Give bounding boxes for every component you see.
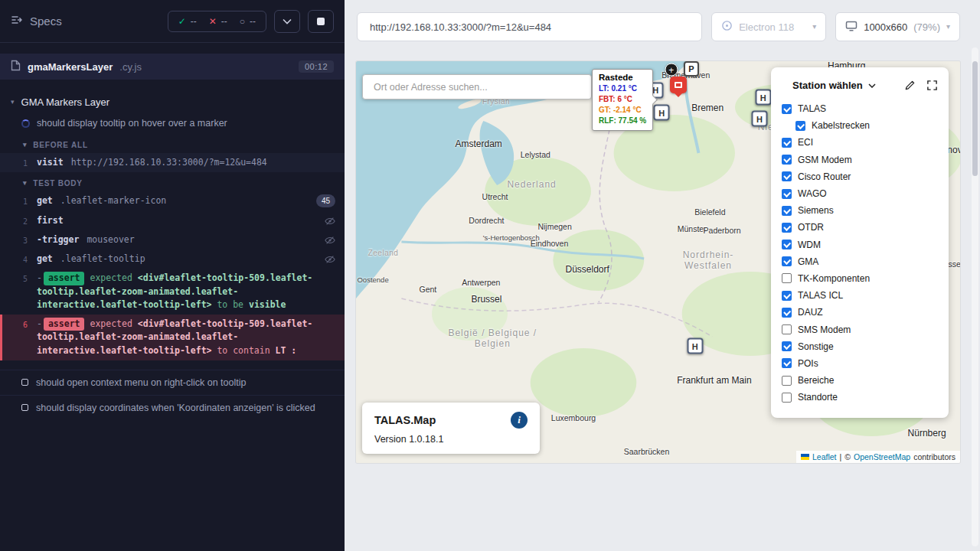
command-row[interactable]: 3-triggermouseover [0, 230, 345, 249]
url-input[interactable] [368, 21, 691, 34]
app-title: TALAS.Map [374, 414, 436, 426]
station-checkbox-row[interactable]: Bereiche [782, 372, 938, 389]
checked-checkbox[interactable] [782, 206, 792, 216]
station-checkbox-row[interactable]: DAUZ [782, 304, 938, 321]
command-row[interactable]: 1visithttp://192.168.10.33:3000/?m=12&u=… [0, 153, 345, 172]
unchecked-checkbox[interactable] [782, 324, 792, 334]
command-log: ▾BEFORE ALL1visithttp://192.168.10.33:30… [0, 134, 345, 360]
vertical-scrollbar[interactable] [972, 47, 978, 546]
checked-checkbox[interactable] [782, 308, 792, 318]
hidden-eye-icon [325, 233, 335, 246]
chevron-down-icon: ▾ [812, 23, 816, 31]
checked-checkbox[interactable] [782, 256, 792, 266]
command-prefix: - [37, 272, 42, 283]
checked-checkbox[interactable] [782, 358, 792, 368]
info-icon[interactable]: i [511, 412, 528, 429]
tooltip-row-value: 0.21 °C [611, 84, 636, 93]
checked-checkbox[interactable] [795, 121, 805, 131]
fullscreen-expand-icon[interactable] [926, 80, 938, 91]
checked-checkbox[interactable] [782, 104, 792, 114]
checked-checkbox[interactable] [782, 155, 792, 165]
unchecked-checkbox[interactable] [782, 273, 792, 283]
map-search-box[interactable] [362, 74, 592, 99]
command-number: 2 [0, 214, 37, 227]
scrollbar-thumb[interactable] [972, 61, 978, 176]
station-checkbox-row[interactable]: WDM [782, 236, 938, 253]
map-marker-h[interactable]: H [752, 111, 768, 127]
command-row[interactable]: 1get.leaflet-marker-icon45 [0, 191, 345, 210]
attribution-suffix: contributors [913, 452, 956, 461]
unchecked-checkbox[interactable] [782, 376, 792, 386]
station-checkbox-row[interactable]: GSM Modem [782, 152, 938, 168]
pending-icon: ○ [240, 17, 245, 26]
specs-menu-button[interactable]: Specs [11, 14, 62, 28]
openstreetmap-link[interactable]: OpenStreetMap [854, 452, 910, 461]
pending-test-title: should open context menu on right-click … [36, 377, 246, 388]
map-search-input[interactable] [372, 81, 582, 93]
map-marker-pin[interactable] [670, 77, 687, 93]
station-checkbox-row[interactable]: WAGO [782, 185, 938, 202]
map-marker-p[interactable]: P [684, 61, 699, 77]
station-list: TALASKabelstreckenECIGSM ModemCisco Rout… [782, 100, 938, 406]
checked-checkbox[interactable] [782, 240, 792, 249]
section-label: BEFORE ALL [33, 141, 88, 149]
station-checkbox-row[interactable]: Kabelstrecken [782, 117, 938, 134]
station-label: Sonstige [798, 341, 834, 352]
station-checkbox-row[interactable]: ECI [782, 134, 938, 151]
command-row[interactable]: 5-assertexpected <div#leaflet-tooltip-50… [0, 269, 345, 315]
browser-select[interactable]: Electron 118 ▾ [711, 12, 826, 41]
checked-checkbox[interactable] [782, 341, 792, 351]
command-section-header[interactable]: ▾TEST BODY [0, 172, 345, 191]
command-row[interactable]: 4get.leaflet-tooltip [0, 249, 345, 269]
station-label: POIs [798, 358, 818, 369]
test-report: ▾ GMA Markers Layer should display toolt… [0, 80, 345, 551]
stop-tests-button[interactable] [308, 10, 334, 33]
station-checkbox-row[interactable]: GMA [782, 253, 938, 270]
spec-header[interactable]: gmaMarkersLayer .cy.js 00:12 [0, 54, 345, 80]
viewport-select[interactable]: 1000x660 (79%) ▾ [835, 12, 960, 41]
station-checkbox-row[interactable]: TALAS ICL [782, 287, 938, 304]
station-checkbox-row[interactable]: POIs [782, 355, 938, 372]
station-checkbox-row[interactable]: OTDR [782, 219, 938, 236]
assert-message: -assertexpected <div#leaflet-tooltip-509… [37, 272, 335, 311]
station-checkbox-row[interactable]: Siemens [782, 202, 938, 219]
checked-checkbox[interactable] [782, 138, 792, 148]
marker-tooltip[interactable]: Rastede LT: 0.21 °CFBT: 6 °CGT: -2.14 °C… [592, 69, 653, 131]
checked-checkbox[interactable] [782, 189, 792, 199]
suite-row[interactable]: ▾ GMA Markers Layer [0, 92, 345, 112]
station-checkbox-row[interactable]: Sonstige [782, 338, 938, 355]
checked-checkbox[interactable] [782, 291, 792, 301]
station-label: TALAS ICL [798, 290, 843, 301]
station-checkbox-row[interactable]: Cisco Router [782, 168, 938, 185]
collapse-reporter-button[interactable] [274, 10, 300, 33]
url-bar[interactable] [357, 12, 702, 41]
map-marker-plus[interactable]: + [665, 64, 678, 77]
station-checkbox-row[interactable]: TALAS [782, 100, 938, 117]
leaflet-map[interactable]: FryslânAmsterdamLelystadNederlandUtrecht… [356, 61, 960, 463]
edit-pencil-icon[interactable] [904, 80, 916, 91]
map-place-label: Oostende [357, 276, 388, 284]
command-row[interactable]: 6-assertexpected <div#leaflet-tooltip-50… [0, 315, 345, 360]
chevron-down-icon[interactable] [868, 83, 876, 88]
unchecked-checkbox[interactable] [782, 393, 792, 403]
pending-test-row[interactable]: should open context menu on right-click … [0, 370, 345, 395]
station-checkbox-row[interactable]: SMS Modem [782, 321, 938, 337]
station-panel-actions [904, 80, 938, 91]
checked-checkbox[interactable] [782, 171, 792, 181]
command-row[interactable]: 2first [0, 211, 345, 230]
map-marker-h[interactable]: H [654, 105, 670, 121]
checked-checkbox[interactable] [782, 223, 792, 233]
map-place-label: Bremen [691, 103, 724, 113]
map-marker-h[interactable]: H [687, 338, 703, 354]
station-checkbox-row[interactable]: Standorte [782, 389, 938, 406]
pending-test-row[interactable]: should display coordinates when 'Koordin… [0, 395, 345, 420]
active-test-title: should display tooltip on hover over a m… [37, 118, 227, 129]
station-checkbox-row[interactable]: TK-Komponenten [782, 270, 938, 287]
station-select-title: Station wählen [792, 80, 863, 91]
running-spinner-icon [21, 119, 30, 128]
active-test-row[interactable]: should display tooltip on hover over a m… [0, 112, 345, 134]
command-section-header[interactable]: ▾BEFORE ALL [0, 134, 345, 153]
caret-down-icon: ▾ [23, 180, 27, 187]
map-marker-h[interactable]: H [755, 90, 771, 106]
leaflet-link[interactable]: Leaflet [812, 452, 837, 461]
